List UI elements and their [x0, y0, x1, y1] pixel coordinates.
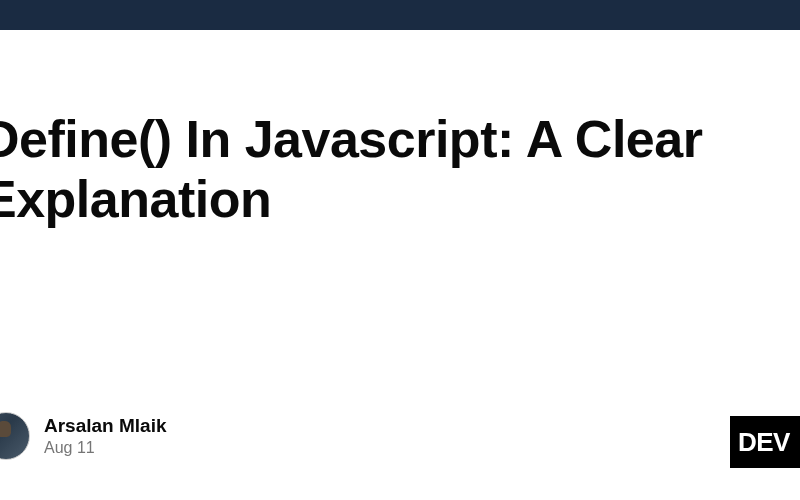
- top-header-bar: [0, 0, 800, 30]
- author-name[interactable]: Arsalan Mlaik: [44, 415, 167, 437]
- article-content: Define() In Javascript: A Clear Explanat…: [0, 30, 800, 230]
- author-info: Arsalan Mlaik Aug 11: [44, 415, 167, 457]
- author-avatar[interactable]: [0, 412, 30, 460]
- article-title: Define() In Javascript: A Clear Explanat…: [0, 110, 800, 230]
- dev-brand-label: DEV: [738, 427, 790, 458]
- post-date: Aug 11: [44, 439, 167, 457]
- dev-brand-badge[interactable]: DEV: [730, 416, 800, 468]
- author-section: Arsalan Mlaik Aug 11: [0, 412, 167, 460]
